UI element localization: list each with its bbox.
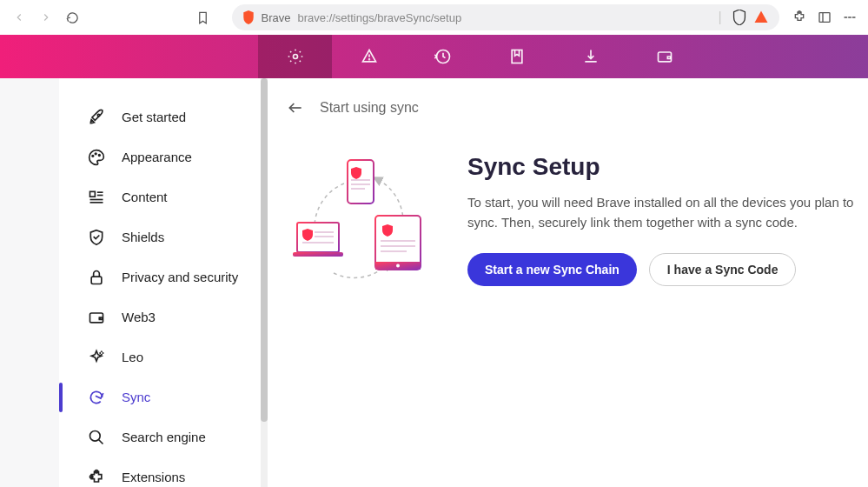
- svg-rect-38: [381, 240, 415, 242]
- sidebar-toggle-icon[interactable]: [814, 6, 834, 29]
- sidebar-item-label: Privacy and security: [122, 270, 238, 285]
- sidebar-item-leo[interactable]: Leo: [59, 337, 267, 377]
- have-sync-code-button[interactable]: I have a Sync Code: [649, 253, 797, 286]
- back-browser-button[interactable]: [9, 5, 30, 30]
- sidebar-item-label: Leo: [122, 350, 143, 365]
- start-sync-chain-button[interactable]: Start a new Sync Chain: [467, 253, 637, 286]
- address-bar[interactable]: Brave brave://settings/braveSync/setup |: [232, 4, 779, 30]
- brave-shield-icon: [242, 10, 255, 24]
- lock-icon: [87, 268, 106, 287]
- reload-button[interactable]: [62, 5, 83, 30]
- scrollbar-thumb[interactable]: [261, 78, 268, 422]
- svg-rect-29: [351, 188, 365, 190]
- sidebar-item-search-engine[interactable]: Search engine: [59, 417, 267, 457]
- sidebar-item-web3[interactable]: Web3: [59, 297, 267, 337]
- sidebar-item-extensions[interactable]: Extensions: [59, 457, 267, 487]
- sidebar-item-appearance[interactable]: Appearance: [59, 137, 267, 177]
- tab-shields[interactable]: [332, 35, 406, 78]
- forward-browser-button[interactable]: [36, 5, 57, 30]
- svg-point-20: [100, 318, 101, 319]
- svg-rect-13: [90, 191, 96, 197]
- svg-point-37: [396, 264, 400, 268]
- content-icon: [87, 188, 106, 207]
- sparkle-icon: [87, 348, 106, 367]
- rewards-icon[interactable]: [753, 10, 769, 25]
- svg-line-22: [99, 440, 103, 444]
- shield-icon: [87, 228, 106, 247]
- svg-rect-32: [315, 231, 334, 233]
- svg-point-5: [368, 59, 369, 60]
- sidebar-item-label: Sync: [122, 390, 150, 405]
- svg-rect-31: [293, 252, 343, 257]
- svg-rect-28: [351, 183, 370, 185]
- sidebar-item-label: Get started: [122, 110, 186, 125]
- svg-rect-40: [381, 250, 407, 252]
- search-icon: [87, 428, 106, 447]
- page-back-button[interactable]: [285, 97, 306, 118]
- tab-bookmarks[interactable]: [480, 35, 553, 78]
- svg-rect-1: [819, 13, 830, 23]
- svg-point-9: [97, 114, 100, 117]
- sync-illustration: [290, 153, 429, 292]
- browser-chrome: Brave brave://settings/braveSync/setup |: [0, 0, 868, 35]
- tab-history[interactable]: [406, 35, 480, 78]
- svg-point-10: [92, 156, 94, 157]
- page-header: Start using sync: [285, 97, 868, 118]
- palette-icon: [87, 148, 106, 167]
- svg-rect-33: [315, 236, 334, 237]
- svg-point-21: [90, 431, 101, 442]
- sync-icon: [87, 388, 106, 407]
- sidebar-item-content[interactable]: Content: [59, 177, 267, 217]
- more-icon[interactable]: [839, 6, 859, 29]
- sidebar-item-privacy[interactable]: Privacy and security: [59, 257, 267, 297]
- sidebar-item-label: Appearance: [122, 150, 192, 165]
- sync-heading: Sync Setup: [467, 153, 868, 181]
- sidebar-item-label: Shields: [122, 230, 164, 245]
- sidebar-item-get-started[interactable]: Get started: [59, 97, 267, 137]
- svg-point-12: [99, 155, 101, 157]
- svg-point-11: [95, 153, 96, 155]
- bookmark-icon[interactable]: [193, 6, 213, 29]
- address-url: brave://settings/braveSync/setup: [298, 11, 462, 24]
- svg-rect-39: [381, 245, 415, 247]
- sidebar-item-shields[interactable]: Shields: [59, 217, 267, 257]
- svg-point-3: [293, 55, 297, 59]
- svg-rect-35: [375, 216, 421, 270]
- sidebar-item-sync[interactable]: Sync: [59, 377, 267, 417]
- sidebar-item-label: Extensions: [122, 470, 185, 485]
- sidebar-container: Get started Appearance Content Shields: [0, 78, 268, 487]
- wallet-icon: [87, 308, 106, 327]
- lion-icon[interactable]: [732, 10, 746, 25]
- sidebar-item-label: Search engine: [122, 430, 206, 445]
- extensions-icon[interactable]: [790, 6, 810, 29]
- svg-rect-18: [91, 277, 102, 284]
- scrollbar[interactable]: [261, 78, 268, 487]
- svg-rect-26: [348, 160, 374, 203]
- top-tabs: [0, 35, 868, 78]
- settings-content: Start using sync: [268, 78, 868, 487]
- svg-rect-27: [351, 179, 370, 181]
- tab-wallet[interactable]: [627, 35, 701, 78]
- tab-settings[interactable]: [258, 35, 332, 78]
- puzzle-icon: [87, 468, 106, 487]
- sync-description: To start, you will need Brave installed …: [467, 193, 868, 232]
- page-title: Start using sync: [320, 100, 419, 116]
- sidebar-item-label: Web3: [122, 310, 156, 325]
- svg-rect-34: [302, 242, 334, 244]
- rocket-icon: [87, 108, 106, 127]
- address-site: Brave: [262, 11, 291, 24]
- svg-rect-7: [512, 50, 522, 63]
- tab-downloads[interactable]: [553, 35, 627, 78]
- sidebar-item-label: Content: [122, 190, 168, 205]
- settings-sidebar: Get started Appearance Content Shields: [59, 78, 268, 487]
